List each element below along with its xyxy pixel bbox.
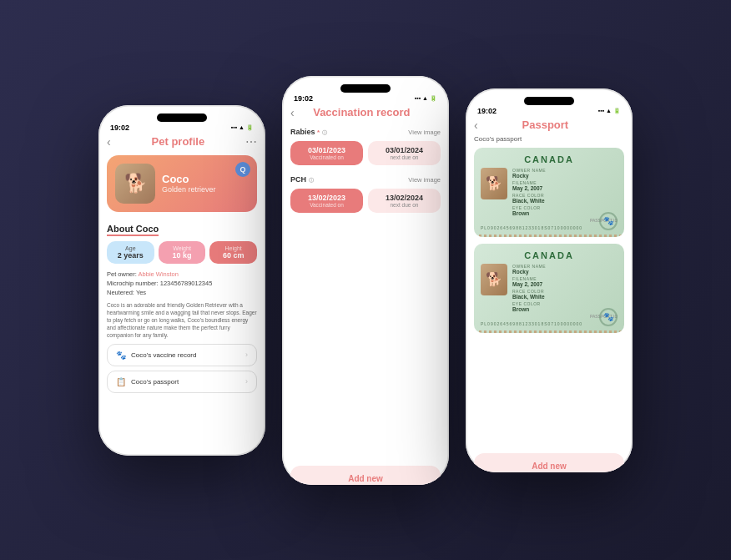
phone-right: 19:02 ▪▪▪ ▲ 🔋 ‹ Passport Coco's passport… (466, 88, 633, 472)
add-new-passport-button[interactable]: Add new (474, 453, 624, 472)
pet-description: Coco is an adorable and friendly Golden … (107, 301, 257, 339)
passport-stamp-1: 🐾 (599, 212, 618, 230)
view-image-pch[interactable]: View image (408, 176, 441, 184)
rabies-section: Rabies * ⓘ View image 03/01/2023 Vaccina… (290, 128, 441, 165)
rabies-due-date: 03/01/2024 (375, 146, 434, 154)
vaccine-label: Coco's vaccine record (131, 351, 196, 359)
more-button[interactable]: ⋯ (245, 135, 257, 149)
pet-owner-line: Pet owner: Abbie Winston (107, 270, 257, 278)
field-owner-2: OWNER NAME Rocky (512, 264, 618, 275)
passport-card-2: CANADA 🐕 OWNER NAME Rocky FILENAME May 2… (474, 244, 624, 333)
field-owner-1: OWNER NAME Rocky (512, 168, 618, 179)
add-new-vacc-button[interactable]: Add new (290, 466, 441, 485)
status-time-left: 19:02 (110, 124, 129, 132)
pet-info: Coco Golden retriever (162, 173, 216, 194)
passport-title: Passport (478, 119, 613, 131)
pet-avatar: 🐕 (115, 164, 155, 204)
vaccine-icon: 🐾 (116, 351, 126, 360)
passport-details-2: OWNER NAME Rocky FILENAME May 2, 2007 RA… (512, 264, 618, 314)
passport-icon: 📋 (116, 377, 126, 386)
pch-header: PCH ⓘ View image (290, 175, 441, 184)
status-bar-right: 19:02 ▪▪▪ ▲ 🔋 (466, 105, 633, 119)
passport-pet-img-2: 🐕 (481, 264, 507, 295)
pet-name: Coco (162, 173, 216, 185)
rabies-vaccinated-label: Vaccinated on (297, 154, 356, 160)
passport-card-1: CANADA 🐕 OWNER NAME Rocky FILENAME May 2… (474, 148, 624, 237)
phone-middle: 19:02 ▪▪▪ ▲ 🔋 ‹ Vaccination record Rabie… (282, 76, 449, 485)
neutered-line: Neutered: Yes (107, 289, 257, 296)
status-bar-middle: 19:02 ▪▪▪ ▲ 🔋 (282, 93, 449, 106)
status-icons-middle: ▪▪▪ ▲ 🔋 (415, 95, 437, 102)
passport-chevron-icon: › (245, 377, 248, 386)
dynamic-island-middle (340, 84, 391, 93)
passport-row-1: 🐕 OWNER NAME Rocky FILENAME May 2, 2007 … (481, 168, 618, 218)
status-icons-right: ▪▪▪ ▲ 🔋 (598, 108, 621, 114)
scene: 19:02 ▪▪▪ ▲ 🔋 ‹ Pet profile ⋯ 🐕 Coco Gol… (0, 0, 731, 560)
pet-card: 🐕 Coco Golden retriever Q (107, 155, 257, 212)
field-race-2: RACE COLOR Black, White (512, 289, 618, 300)
rabies-due-label: next due on (375, 154, 434, 160)
rabies-due-box: 03/01/2024 next due on (368, 141, 441, 165)
passport-id-1: PASSPORT ID (481, 218, 618, 223)
field-dob-2: FILENAME May 2, 2007 (512, 276, 618, 287)
stat-weight: Weight 10 kg (159, 241, 206, 264)
view-image-rabies[interactable]: View image (408, 129, 441, 136)
pch-vaccinated-label: Vaccinated on (297, 202, 356, 208)
canada-label-1: CANADA (481, 154, 618, 164)
rabies-vaccinated-box: 03/01/2023 Vaccinated on (290, 141, 363, 165)
age-value: 2 years (112, 251, 149, 260)
status-time-right: 19:02 (477, 107, 497, 115)
rabies-vaccinated-date: 03/01/2023 (297, 146, 356, 154)
pet-breed: Golden retriever (162, 185, 216, 194)
profile-title: Pet profile (152, 135, 205, 148)
stat-height: Height 60 cm (209, 241, 257, 264)
passport-subtitle: Coco's passport (474, 135, 624, 143)
required-dot: * (317, 129, 320, 136)
rabies-dates: 03/01/2023 Vaccinated on 03/01/2024 next… (290, 141, 441, 165)
dynamic-island-left (157, 114, 207, 122)
pch-label: PCH ⓘ (290, 175, 314, 184)
rabies-label: Rabies * ⓘ (290, 128, 327, 137)
profile-header: ‹ Pet profile ⋯ (107, 135, 257, 149)
passport-stamp-2: 🐾 (599, 308, 618, 326)
passport-barcode-2: PL090264569881233018S07100000000 (481, 321, 618, 326)
pch-dates: 13/02/2023 Vaccinated on 13/02/2024 next… (290, 189, 441, 213)
status-time-middle: 19:02 (294, 94, 313, 103)
field-dob-1: FILENAME May 2, 2007 (512, 180, 618, 191)
vacc-title: Vaccination record (295, 106, 429, 119)
vaccine-chevron-icon: › (245, 351, 248, 359)
passport-row-2: 🐕 OWNER NAME Rocky FILENAME May 2, 2007 … (481, 264, 618, 314)
pch-vaccinated-date: 13/02/2023 (297, 194, 356, 202)
left-screen: ‹ Pet profile ⋯ 🐕 Coco Golden retriever … (98, 135, 265, 456)
field-race-1: RACE COLOR Black, White (512, 193, 618, 204)
passport-details-1: OWNER NAME Rocky FILENAME May 2, 2007 RA… (512, 168, 618, 218)
stats-row: Age 2 years Weight 10 kg Height 60 cm (107, 241, 257, 264)
dynamic-island-right (524, 97, 574, 105)
pet-owner-link[interactable]: Abbie Winston (139, 270, 179, 278)
pch-vaccinated-box: 13/02/2023 Vaccinated on (290, 189, 363, 213)
rabies-header: Rabies * ⓘ View image (290, 128, 441, 137)
vaccine-nav-item[interactable]: 🐾 Coco's vaccine record › (107, 344, 257, 366)
pet-badge: Q (235, 162, 250, 177)
status-bar-left: 19:02 ▪▪▪ ▲ 🔋 (98, 122, 265, 135)
pet-avatar-img: 🐕 (115, 164, 155, 204)
back-arrow-left[interactable]: ‹ (107, 135, 111, 149)
weight-value: 10 kg (164, 251, 201, 260)
microchip-line: Microchip number: 123456789012345 (107, 280, 257, 287)
stat-age: Age 2 years (107, 241, 154, 264)
pch-due-label: next due on (375, 202, 434, 208)
passport-barcode-1: PL090264569881233018S07100000000 (481, 225, 618, 230)
status-icons-left: ▪▪▪ ▲ 🔋 (231, 124, 254, 131)
passport-nav-item[interactable]: 📋 Coco's passport › (107, 371, 257, 393)
passport-label: Coco's passport (131, 378, 179, 386)
vacc-header: ‹ Vaccination record (290, 106, 441, 119)
pch-due-box: 13/02/2024 next due on (368, 189, 441, 213)
pch-section: PCH ⓘ View image 13/02/2023 Vaccinated o… (290, 175, 441, 213)
height-label: Height (214, 245, 252, 251)
phone-left: 19:02 ▪▪▪ ▲ 🔋 ‹ Pet profile ⋯ 🐕 Coco Gol… (98, 105, 265, 456)
about-section-title: About Coco (107, 224, 159, 236)
right-screen: ‹ Passport Coco's passport CANADA 🐕 OWNE… (466, 119, 633, 472)
height-value: 60 cm (214, 251, 252, 260)
canada-label-2: CANADA (481, 250, 618, 260)
pch-due-date: 13/02/2024 (375, 194, 434, 202)
